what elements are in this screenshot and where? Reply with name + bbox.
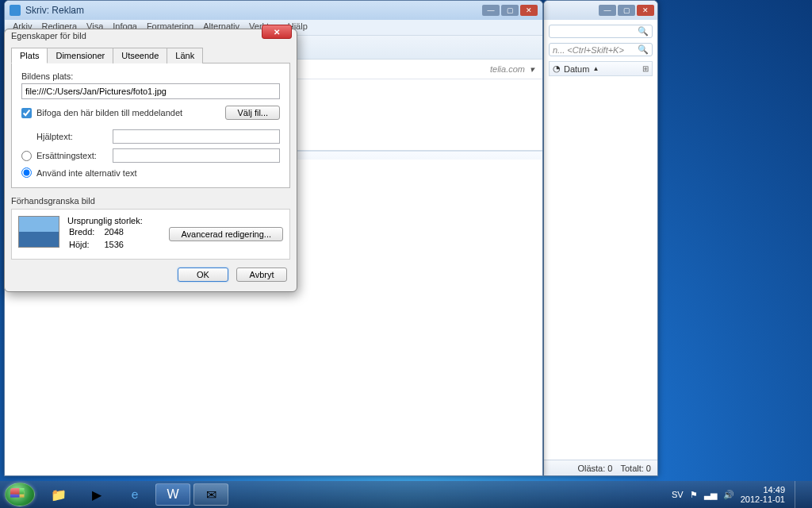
preview-thumbnail — [18, 216, 59, 248]
column-label: Datum — [564, 64, 589, 74]
taskbar: 📁 ▶ ｅ W ✉ SV ⚑ ▃▅ 🔊 14:49 2012-11-01 — [0, 481, 812, 508]
ok-button[interactable]: OK — [178, 267, 228, 282]
minimize-button[interactable]: — — [599, 5, 616, 16]
dropdown-icon[interactable]: ▾ — [530, 64, 534, 75]
column-picker-icon[interactable]: ⊞ — [642, 64, 649, 73]
globe-icon: ◔ — [553, 64, 561, 74]
explorer-taskbar-icon[interactable]: 📁 — [41, 483, 76, 506]
minimize-button[interactable]: — — [482, 5, 500, 16]
dialog-close-button[interactable]: ✕ — [262, 25, 292, 39]
clock-date: 2012-11-01 — [741, 495, 785, 504]
clock[interactable]: 14:49 2012-11-01 — [741, 485, 785, 504]
close-button[interactable]: ✕ — [520, 5, 538, 16]
media-player-taskbar-icon[interactable]: ▶ — [79, 483, 114, 506]
location-label: Bildens plats: — [21, 71, 280, 81]
tray-flag-icon[interactable]: ⚑ — [690, 490, 698, 500]
width-label: Bredd: — [69, 227, 102, 238]
word-taskbar-icon[interactable]: W — [155, 483, 190, 506]
language-indicator[interactable]: SV — [672, 490, 684, 499]
height-label: Höjd: — [69, 240, 102, 251]
column-header-date[interactable]: ◔ Datum ▲ ⊞ — [549, 61, 653, 76]
tooltip-input[interactable] — [113, 129, 280, 144]
search-icon: 🔍 — [638, 44, 649, 55]
compose-titlebar: Skriv: Reklam — ▢ ✕ — [5, 1, 542, 20]
sort-asc-icon: ▲ — [592, 65, 599, 72]
ie-taskbar-icon[interactable]: ｅ — [117, 483, 152, 506]
height-value: 1536 — [104, 240, 131, 251]
start-button[interactable] — [5, 483, 35, 506]
unread-count: Olästa: 0 — [577, 464, 612, 473]
tab-panel-plats: Bildens plats: Bifoga den här bilden til… — [11, 63, 290, 188]
dialog-tabs: Plats Dimensioner Utseende Länk — [11, 47, 290, 63]
image-properties-dialog: ✕ Egenskaper för bild Plats Dimensioner … — [4, 29, 297, 292]
tray-volume-icon[interactable]: 🔊 — [723, 490, 734, 500]
alttext-input[interactable] — [113, 148, 280, 163]
maximize-button[interactable]: ▢ — [618, 5, 635, 16]
preview-title: Förhandsgranska bild — [11, 196, 290, 206]
tab-lank[interactable]: Länk — [167, 48, 203, 64]
cancel-button[interactable]: Avbryt — [236, 267, 287, 282]
tab-dimensioner[interactable]: Dimensioner — [47, 48, 113, 64]
attach-label: Bifoga den här bilden till meddelandet — [36, 108, 220, 117]
noalt-radio[interactable] — [21, 167, 32, 178]
advanced-edit-button[interactable]: Avancerad redigering... — [169, 227, 283, 241]
tooltip-label: Hjälptext: — [36, 132, 108, 141]
show-desktop-button[interactable] — [795, 481, 802, 508]
total-count: Totalt: 0 — [620, 464, 651, 473]
app-icon — [10, 5, 21, 16]
address-domain: telia.com — [490, 64, 525, 74]
thunderbird-taskbar-icon[interactable]: ✉ — [193, 483, 228, 506]
filter-input[interactable]: 🔍 — [549, 25, 653, 38]
tray-network-icon[interactable]: ▃▅ — [704, 490, 717, 500]
system-tray: SV ⚑ ▃▅ 🔊 14:49 2012-11-01 — [672, 481, 807, 508]
width-value: 2048 — [104, 227, 131, 238]
tab-plats[interactable]: Plats — [11, 48, 48, 64]
back-titlebar: — ▢ ✕ — [544, 1, 657, 20]
choose-file-button[interactable]: Välj fil... — [225, 106, 280, 120]
location-input[interactable] — [21, 83, 280, 99]
filter-placeholder: n... <Ctrl+Skift+K> — [553, 45, 624, 55]
close-button[interactable]: ✕ — [637, 5, 654, 16]
tab-utseende[interactable]: Utseende — [113, 48, 167, 64]
mail-list-window: — ▢ ✕ 🔍 n... <Ctrl+Skift+K> 🔍 ◔ Datum ▲ … — [543, 0, 658, 476]
window-title: Skriv: Reklam — [25, 5, 84, 16]
dialog-title: Egenskaper för bild — [5, 29, 297, 42]
alttext-radio[interactable] — [21, 151, 32, 161]
noalt-label: Använd inte alternativ text — [36, 168, 137, 178]
maximize-button[interactable]: ▢ — [501, 5, 519, 16]
alttext-label: Ersättningstext: — [36, 151, 108, 160]
preview-box: Ursprunglig storlek: Bredd: 2048 Höjd: 1… — [11, 209, 290, 260]
attach-checkbox[interactable] — [21, 108, 32, 118]
orig-size-label: Ursprunglig storlek: — [67, 216, 143, 225]
clock-time: 14:49 — [741, 485, 785, 495]
quick-filter-input[interactable]: n... <Ctrl+Skift+K> 🔍 — [549, 43, 653, 56]
status-bar: Olästa: 0 Totalt: 0 — [544, 460, 657, 475]
search-icon: 🔍 — [638, 26, 649, 37]
